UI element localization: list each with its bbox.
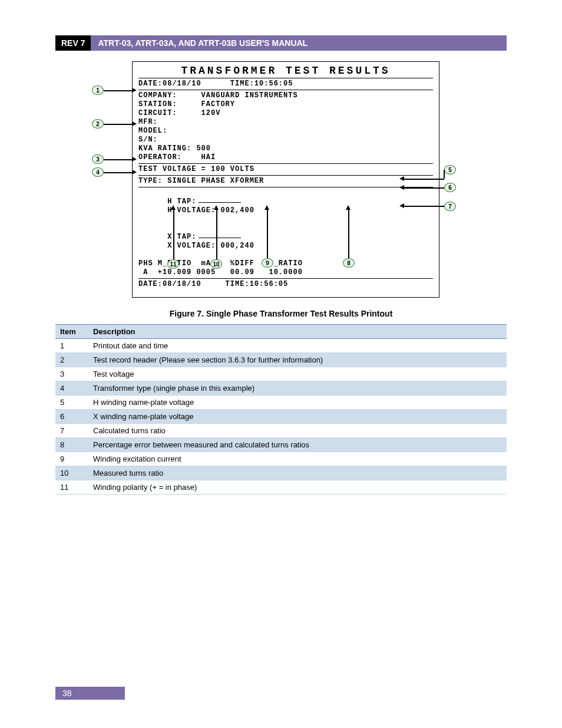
cell-desc: Transformer type (single phase in this e… (88, 381, 507, 396)
row-company: COMPANY: VANGUARD INSTRUMENTS (138, 91, 433, 100)
cell-item: 6 (55, 410, 88, 424)
row-model: MODEL: (138, 127, 433, 136)
cell-desc: Measured turns ratio (88, 466, 507, 480)
row-station: STATION: FACTORY (138, 100, 433, 109)
row-htap: H TAP: H VOLTAGE: 002,400 (138, 189, 433, 224)
blank-line (199, 200, 241, 203)
x-voltage: X VOLTAGE: 000,240 (167, 242, 254, 250)
table-row: 10Measured turns ratio (55, 466, 507, 480)
table-row: 1Printout date and time (55, 339, 507, 353)
row-footer: DATE:08/18/10 TIME:10:56:05 (138, 280, 433, 289)
page-number: 38 (55, 687, 125, 700)
th-item: Item (55, 325, 88, 339)
cell-desc: Test record header (Please see section 3… (88, 353, 507, 367)
cell-item: 5 (55, 396, 88, 410)
description-table: Item Description 1Printout date and time… (55, 324, 507, 495)
bubble-8: 8 (343, 258, 355, 268)
row-testv: TEST VOLTAGE = 100 VOLTS (138, 165, 433, 174)
bubble-10: 10 (210, 259, 222, 269)
htap-label: H TAP: (167, 197, 196, 206)
cell-item: 11 (55, 480, 88, 495)
cell-item: 2 (55, 353, 88, 367)
row-operator: OPERATOR: HAI (138, 153, 433, 162)
th-desc: Description (88, 325, 507, 339)
cell-desc: Calculated turns ratio (88, 424, 507, 438)
cell-item: 8 (55, 438, 88, 452)
table-row: 2Test record header (Please see section … (55, 353, 507, 367)
cell-item: 4 (55, 381, 88, 396)
row-circuit: CIRCUIT: 120V (138, 109, 433, 118)
row-cols: PHS M_RATIO mA %DIFF C_RATIO (138, 259, 433, 268)
table-row: 7Calculated turns ratio (55, 424, 507, 438)
cell-item: 9 (55, 452, 88, 466)
bubble-6: 6 (444, 183, 456, 192)
cell-desc: Printout date and time (88, 339, 507, 353)
cell-desc: Percentage error between measured and ca… (88, 438, 507, 452)
cell-item: 10 (55, 466, 88, 480)
header-title: ATRT-03, ATRT-03A, AND ATRT-03B USER'S M… (91, 35, 507, 51)
bubble-1: 1 (92, 85, 104, 95)
xtap-label: X TAP: (167, 233, 196, 241)
row-xtap: X TAP: X VOLTAGE: 000,240 (138, 224, 433, 259)
row-sn: S/N: (138, 136, 433, 144)
row-kva: KVA RATING: 500 (138, 144, 433, 153)
blank-line (199, 235, 241, 238)
cell-desc: Test voltage (88, 367, 507, 381)
page-header: REV 7 ATRT-03, ATRT-03A, AND ATRT-03B US… (55, 35, 507, 51)
cell-item: 1 (55, 339, 88, 353)
bubble-3: 3 (92, 154, 104, 164)
row-mfr: MFR: (138, 118, 433, 127)
rev-box: REV 7 (55, 35, 91, 51)
row-vals: A +10.009 0005 00.09 10.0000 (138, 268, 433, 277)
cell-desc: X winding name-plate voltage (88, 410, 507, 424)
figure-caption: Figure 7. Single Phase Transformer Test … (0, 309, 562, 318)
bubble-4: 4 (92, 167, 104, 177)
bubble-7: 7 (444, 202, 456, 211)
cell-desc: Winding polarity (+ = in phase) (88, 480, 507, 495)
cell-desc: Winding excitation current (88, 452, 507, 466)
cell-item: 7 (55, 424, 88, 438)
table-row: 3Test voltage (55, 367, 507, 381)
row-type: TYPE: SINGLE PHASE XFORMER (138, 177, 433, 186)
table-row: 6X winding name-plate voltage (55, 410, 507, 424)
table-row: 5H winding name-plate voltage (55, 396, 507, 410)
cell-desc: H winding name-plate voltage (88, 396, 507, 410)
h-voltage: H VOLTAGE: 002,400 (167, 206, 254, 215)
bubble-5: 5 (444, 165, 456, 174)
table-row: 11Winding polarity (+ = in phase) (55, 480, 507, 495)
table-row: 9Winding excitation current (55, 452, 507, 466)
table-row: 4Transformer type (single phase in this … (55, 381, 507, 396)
bubble-11: 11 (167, 259, 179, 269)
printout-title: TRANSFORMER TEST RESULTS (138, 67, 433, 75)
figure-area: TRANSFORMER TEST RESULTS DATE:08/18/10 T… (55, 61, 507, 285)
cell-item: 3 (55, 367, 88, 381)
bubble-9: 9 (262, 258, 273, 268)
row-date: DATE:08/18/10 TIME:10:56:05 (138, 80, 433, 88)
table-row: 8Percentage error between measured and c… (55, 438, 507, 452)
bubble-2: 2 (92, 119, 104, 129)
